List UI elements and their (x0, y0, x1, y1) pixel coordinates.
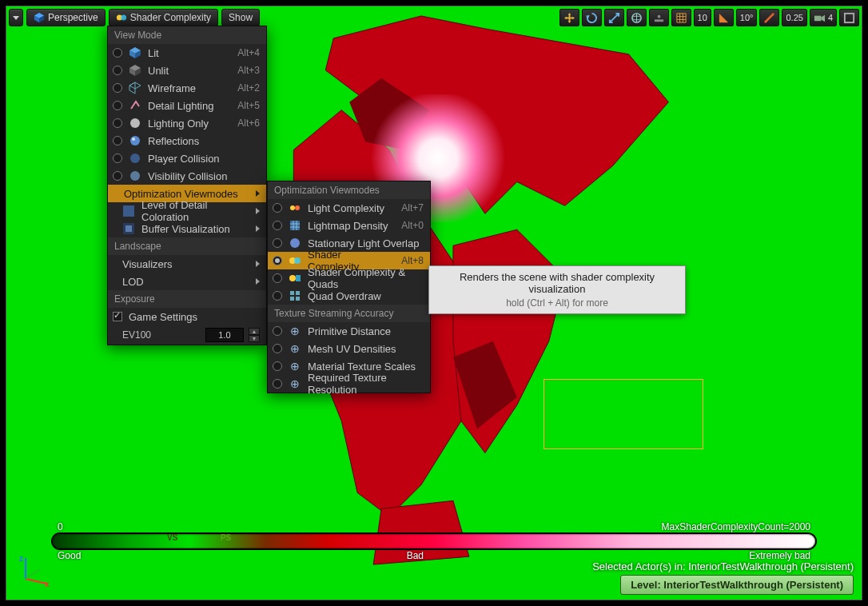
menu-item-lod[interactable]: LOD (108, 273, 266, 290)
radio-icon (113, 171, 122, 181)
legend-bad: Bad (407, 550, 424, 561)
lod-icon (122, 205, 135, 217)
radio-icon (273, 326, 282, 336)
svg-marker-23 (821, 14, 825, 21)
menu-item-wireframe[interactable]: WireframeAlt+2 (108, 79, 266, 97)
angle-icon (718, 12, 730, 24)
svg-point-40 (290, 205, 295, 210)
menu-item-quad-overdraw[interactable]: Quad Overdraw (268, 287, 430, 305)
svg-text:z: z (19, 555, 23, 563)
move-icon (563, 12, 575, 24)
ev100-input[interactable] (205, 328, 244, 342)
viewmode-icon (289, 219, 301, 232)
viewmode-icon (289, 201, 301, 214)
grid-snap-toggle[interactable] (671, 9, 691, 26)
cube-icon (34, 12, 45, 23)
grid-icon (675, 12, 687, 24)
svg-point-41 (295, 205, 300, 210)
viewport-options-dropdown[interactable] (9, 9, 23, 26)
svg-rect-24 (845, 13, 854, 22)
level-button[interactable]: Level: InteriorTestWalkthrough (Persiste… (620, 575, 854, 595)
svg-rect-48 (290, 291, 294, 295)
viewmode-icon (129, 117, 141, 130)
scale-snap-toggle[interactable] (759, 9, 779, 26)
legend-good: Good (58, 550, 81, 561)
radio-icon (273, 344, 282, 353)
menu-item-detail-lighting[interactable]: Detail LightingAlt+5 (108, 97, 266, 114)
svg-point-36 (130, 171, 140, 181)
menu-item-game-settings[interactable]: Game Settings (108, 308, 266, 325)
selection-outline (543, 379, 703, 449)
svg-point-21 (657, 14, 660, 18)
svg-line-10 (26, 569, 40, 579)
viewmode-icon (129, 64, 141, 77)
perspective-dropdown[interactable]: Perspective (26, 9, 106, 26)
menu-item-mesh-uv-densities[interactable]: ⊕Mesh UV Densities (268, 340, 430, 357)
grid-snap-value[interactable]: 10 (694, 9, 711, 26)
coord-space-toggle[interactable] (627, 9, 647, 26)
maximize-viewport-button[interactable] (839, 9, 859, 26)
menu-item-buffer-visualization[interactable]: Buffer Visualization (108, 220, 266, 237)
angle-snap-toggle[interactable] (714, 9, 734, 26)
scale-icon (608, 12, 620, 24)
radio-icon (273, 256, 282, 265)
menu-item-lightmap-density[interactable]: Lightmap DensityAlt+0 (268, 217, 430, 234)
viewmode-icon (129, 134, 141, 147)
radio-icon (113, 118, 122, 128)
transform-rotate-button[interactable] (582, 9, 602, 26)
radio-icon (273, 238, 282, 248)
menu-item-shader-complexity-quads[interactable]: Shader Complexity & Quads (268, 269, 430, 287)
svg-rect-50 (290, 297, 294, 301)
camera-speed-button[interactable]: 4 (810, 9, 837, 26)
viewport-toolbar-left: Perspective Shader Complexity Show (9, 9, 260, 26)
legend-vs-marker: VS (167, 533, 177, 542)
tooltip: Renders the scene with shader complexity… (428, 265, 686, 314)
radio-icon (273, 361, 282, 371)
radio-icon (273, 379, 282, 389)
legend-min: 0 (58, 521, 63, 532)
svg-point-34 (132, 138, 135, 141)
checkbox-icon[interactable] (113, 312, 122, 321)
radio-icon (113, 66, 122, 75)
angle-snap-value[interactable]: 10° (736, 9, 758, 26)
show-dropdown[interactable]: Show (221, 9, 260, 26)
selected-actors-status: Selected Actor(s) in: InteriorTestWalkth… (592, 560, 854, 572)
ev100-spinner[interactable]: ▲▼ (249, 328, 260, 342)
menu-item-unlit[interactable]: UnlitAlt+3 (108, 62, 266, 79)
menu-item-lod-coloration[interactable]: Level of Detail Coloration (108, 202, 266, 220)
viewmode-icon (129, 46, 141, 59)
shader-complexity-legend: 0 MaxShaderComplexityCount=2000 VS PS Go… (53, 521, 815, 561)
menu-item-reflections[interactable]: Reflections (108, 132, 266, 150)
svg-marker-16 (586, 14, 590, 18)
transform-translate-button[interactable] (559, 9, 579, 26)
viewmode-menu[interactable]: View Mode LitAlt+4UnlitAlt+3WireframeAlt… (107, 26, 267, 345)
menu-item-required-texture-resolution[interactable]: ⊕Required Texture Resolution (268, 375, 430, 393)
svg-rect-47 (296, 275, 301, 281)
radio-icon (273, 203, 282, 213)
legend-extremely-bad: Extremely bad (749, 550, 810, 561)
menu-item-primitive-distance[interactable]: ⊕Primitive Distance (268, 322, 430, 340)
menu-item-player-collision[interactable]: Player Collision (108, 150, 266, 167)
svg-rect-51 (296, 297, 300, 301)
viewport-3d[interactable]: z x 0 MaxShaderComplexityCount=2000 VS P… (6, 6, 862, 600)
svg-rect-20 (654, 19, 663, 22)
transform-scale-button[interactable] (604, 9, 624, 26)
menu-item-visualizers[interactable]: Visualizers (108, 255, 266, 273)
viewmode-icon (289, 289, 301, 302)
svg-rect-49 (296, 291, 300, 295)
legend-gradient: VS PS (53, 534, 815, 548)
maximize-icon (843, 12, 855, 24)
viewmode-dropdown[interactable]: Shader Complexity (109, 9, 218, 26)
radio-icon (113, 153, 122, 163)
scale-snap-value[interactable]: 0.25 (782, 9, 806, 26)
surface-snap-toggle[interactable] (649, 9, 669, 26)
submenu-arrow-icon (256, 190, 260, 197)
menu-item-lighting-only[interactable]: Lighting OnlyAlt+6 (108, 114, 266, 132)
radio-icon (113, 136, 122, 146)
menu-item-visibility-collision[interactable]: Visibility Collision (108, 167, 266, 185)
menu-item-lit[interactable]: LitAlt+4 (108, 44, 266, 62)
optimization-viewmodes-submenu[interactable]: Optimization Viewmodes Light ComplexityA… (267, 181, 431, 393)
chevron-down-icon (13, 16, 19, 20)
menu-header-landscape: Landscape (108, 237, 266, 255)
menu-item-light-complexity[interactable]: Light ComplexityAlt+7 (268, 199, 430, 217)
